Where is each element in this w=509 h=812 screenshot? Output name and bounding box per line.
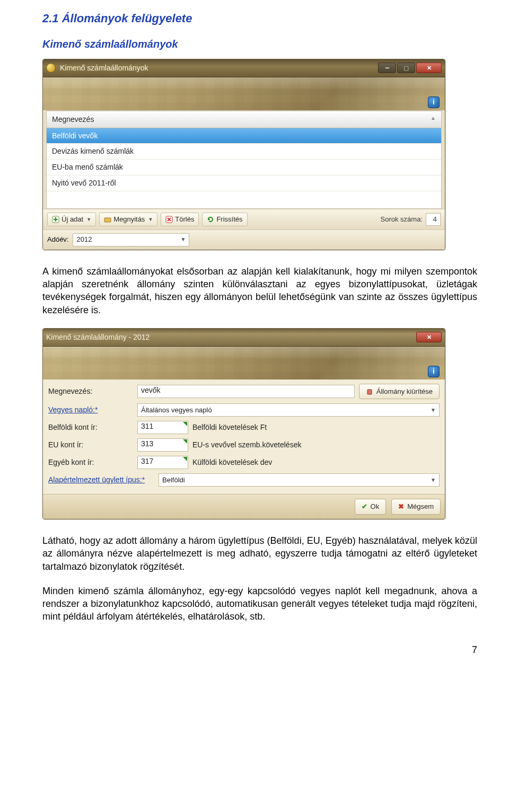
close-icon: ✖	[398, 502, 404, 511]
domestic-account-label: Belföldi kont ír:	[48, 422, 133, 433]
grid: Megnevezés ▲ Belföldi vevők Devizás kime…	[46, 110, 442, 209]
new-button-label: Új adat	[62, 215, 83, 224]
app-icon	[46, 63, 56, 73]
lookup-corner-icon	[183, 439, 187, 444]
window-title: Kimenő számlaállomány - 2012	[46, 332, 416, 342]
open-button-label: Megnyitás	[113, 215, 145, 224]
ok-label: Ok	[371, 502, 380, 511]
new-button[interactable]: Új adat ▼	[47, 213, 96, 226]
domestic-account-desc: Belföldi követelések Ft	[192, 422, 267, 433]
paragraph: A kimenő számlaállományokat elsősorban a…	[42, 265, 477, 316]
cancel-label: Mégsem	[407, 502, 434, 511]
page-number: 7	[42, 643, 477, 656]
titlebar: Kimenő számlaállomány - 2012 ✕	[43, 329, 445, 347]
default-dealtype-select[interactable]: Belföldi ▼	[159, 473, 440, 487]
svg-rect-3	[104, 218, 111, 222]
open-button[interactable]: Megnyitás ▼	[99, 213, 157, 226]
delete-icon	[165, 216, 173, 223]
svg-rect-7	[367, 390, 372, 394]
chevron-down-icon: ▼	[431, 407, 436, 414]
close-button[interactable]: ✕	[416, 332, 442, 342]
sort-indicator-icon: ▲	[431, 114, 436, 125]
titlebar: Kimenő számlaállományok ━ ▢ ✕	[43, 59, 445, 77]
info-icon[interactable]: i	[428, 366, 440, 377]
paragraph: Látható, hogy az adott állomány a három …	[42, 534, 477, 573]
window-file-detail: Kimenő számlaállomány - 2012 ✕ i Megneve…	[42, 328, 445, 519]
delete-button[interactable]: Törlés	[161, 213, 199, 226]
journal-value: Általános vegyes napló	[141, 405, 212, 415]
action-bar: ✔ Ok ✖ Mégsem	[43, 494, 445, 519]
grid-empty-area	[47, 191, 441, 208]
section-heading: 2.1 Állományok felügyelete	[42, 11, 477, 27]
section-subheading: Kimenő számlaállományok	[42, 37, 477, 51]
bottom-toolbar: Adóév: 2012 ▼	[43, 230, 445, 250]
table-row[interactable]: Nyitó vevő 2011-ről	[47, 175, 441, 191]
form: Megnevezés: vevők Állomány kiürítése Veg…	[43, 379, 445, 495]
info-icon[interactable]: i	[428, 96, 440, 108]
journal-select[interactable]: Általános vegyes napló ▼	[137, 403, 440, 417]
other-account-label: Egyéb kont ír:	[48, 457, 133, 467]
chevron-down-icon: ▼	[86, 216, 91, 223]
header-banner: i	[43, 347, 445, 379]
lookup-corner-icon	[183, 422, 187, 426]
name-label: Megnevezés:	[48, 386, 133, 396]
eu-account-label: EU kont ír:	[48, 440, 133, 450]
journal-label[interactable]: Vegyes napló:*	[48, 405, 133, 415]
other-account-input[interactable]: 317	[137, 456, 188, 469]
trash-icon	[366, 388, 373, 395]
taxyear-label: Adóév:	[47, 235, 68, 244]
other-account-desc: Külföldi követelések dev	[192, 457, 272, 467]
chevron-down-icon: ▼	[148, 216, 153, 223]
toolbar: Új adat ▼ Megnyitás ▼ Törlés Frissítés S…	[43, 209, 445, 230]
column-header-label: Megnevezés	[52, 114, 94, 125]
plus-icon	[52, 216, 59, 223]
window-title: Kimenő számlaállományok	[60, 63, 378, 73]
ok-button[interactable]: ✔ Ok	[355, 499, 387, 515]
chevron-down-icon: ▼	[431, 476, 436, 484]
table-row[interactable]: Belföldi vevők	[47, 128, 441, 144]
default-dealtype-label[interactable]: Alapértelmezett ügylett ípus:*	[48, 475, 154, 485]
taxyear-value: 2012	[76, 235, 92, 244]
window-file-list: Kimenő számlaállományok ━ ▢ ✕ i Megnevez…	[42, 59, 445, 250]
table-row[interactable]: EU-ba menő számlák	[47, 160, 441, 175]
clear-file-label: Állomány kiürítése	[376, 387, 433, 396]
rows-count-value: 4	[426, 213, 441, 226]
name-input[interactable]: vevők	[137, 385, 355, 398]
chevron-down-icon: ▼	[181, 236, 186, 243]
header-banner: i	[43, 77, 445, 110]
eu-account-desc: EU-s vevővel szemb.követelések	[192, 440, 301, 450]
table-row[interactable]: Devizás kimenő számlák	[47, 144, 441, 160]
maximize-button[interactable]: ▢	[397, 63, 415, 73]
grid-column-header[interactable]: Megnevezés ▲	[47, 111, 441, 128]
taxyear-select[interactable]: 2012 ▼	[73, 233, 189, 246]
window-controls: ━ ▢ ✕	[378, 63, 442, 73]
delete-button-label: Törlés	[175, 215, 194, 224]
refresh-button-label: Frissítés	[216, 215, 242, 224]
folder-open-icon	[104, 216, 111, 223]
rows-count-label: Sorok száma:	[381, 215, 423, 224]
refresh-icon	[207, 216, 214, 223]
refresh-button[interactable]: Frissítés	[202, 213, 247, 226]
clear-file-button[interactable]: Állomány kiürítése	[359, 384, 440, 400]
check-icon: ✔	[362, 502, 367, 511]
close-button[interactable]: ✕	[416, 63, 442, 73]
domestic-account-input[interactable]: 311	[137, 421, 188, 434]
minimize-button[interactable]: ━	[378, 63, 396, 73]
window-controls: ✕	[416, 332, 442, 342]
eu-account-input[interactable]: 313	[137, 438, 188, 452]
default-dealtype-value: Belföldi	[162, 475, 185, 485]
lookup-corner-icon	[183, 457, 187, 461]
cancel-button[interactable]: ✖ Mégsem	[391, 499, 441, 515]
paragraph: Minden kimenő számla állományhoz, egy-eg…	[42, 585, 477, 623]
